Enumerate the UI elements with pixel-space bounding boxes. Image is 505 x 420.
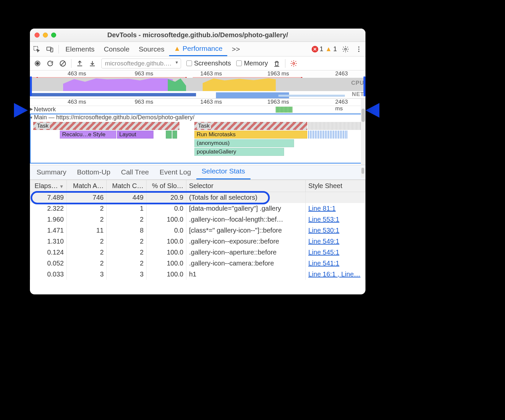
inspect-element-icon[interactable] <box>31 44 42 54</box>
cell-pct-slow: 100.0 <box>147 269 186 280</box>
cell-pct-slow: 100.0 <box>147 247 186 258</box>
collect-garbage-icon[interactable] <box>271 58 282 69</box>
svg-point-6 <box>358 51 359 52</box>
subtab-event-log[interactable]: Event Log <box>154 165 196 179</box>
cell-match-attempts: 3 <box>67 269 107 280</box>
table-row[interactable]: 2.322210.0[data-module="gallery"] .galle… <box>30 203 365 214</box>
window-title: DevTools - microsoftedge.github.io/Demos… <box>30 31 365 39</box>
cell-elapsed: 2.322 <box>30 203 67 214</box>
detail-ticks: 463 ms 963 ms 1463 ms 1963 ms 2463 ms <box>30 99 365 106</box>
cell-selector: .gallery-icon--exposure::before <box>186 236 306 247</box>
flame-anonymous[interactable]: (anonymous) <box>194 139 294 147</box>
col-pct-slow[interactable]: % of Slo… <box>147 180 186 192</box>
cell-selector: .gallery-icon--camera::before <box>186 258 306 269</box>
cell-match-attempts: 2 <box>67 236 107 247</box>
table-row[interactable]: 0.03333100.0h1Line 16:1 , Line… <box>30 269 365 280</box>
cpu-label: CPU <box>351 80 364 86</box>
tabs-overflow-button[interactable]: >> <box>227 42 245 56</box>
cell-match-count: 2 <box>107 247 147 258</box>
cell-stylesheet-link[interactable]: Line 541:1 <box>306 258 365 269</box>
cell-selector: (Totals for all selectors) <box>186 192 306 203</box>
clear-icon[interactable] <box>57 58 68 69</box>
flame-tiny-tasks[interactable] <box>308 122 361 130</box>
flame-microtasks[interactable]: Run Microtasks <box>194 131 307 139</box>
subtab-call-tree[interactable]: Call Tree <box>116 165 154 179</box>
cell-match-count: 2 <box>107 258 147 269</box>
main-track-header[interactable]: Main — https://microsoftedge.github.io/D… <box>30 114 365 121</box>
cpu-scripting <box>203 78 276 91</box>
flamechart-area[interactable]: 463 ms 963 ms 1463 ms 1963 ms 2463 ms Ne… <box>30 99 365 165</box>
table-header-row: Elaps…▼ Match A… Match C… % of Slo… Sele… <box>30 180 365 192</box>
cell-stylesheet-link[interactable]: Line 553:1 <box>306 214 365 225</box>
col-stylesheet[interactable]: Style Sheet <box>306 180 365 192</box>
error-count[interactable]: ✕ 1 <box>312 45 323 53</box>
flame-tiny[interactable] <box>308 131 348 139</box>
svg-point-10 <box>293 62 295 64</box>
cell-selector: .gallery-icon--aperture::before <box>186 247 306 258</box>
flame-paint[interactable] <box>172 131 177 139</box>
subtabs-scrollbar[interactable] <box>361 167 365 178</box>
overview-handle-left[interactable] <box>30 76 32 96</box>
settings-icon[interactable] <box>340 44 351 54</box>
record-icon[interactable] <box>32 58 43 69</box>
overview-handle-right[interactable] <box>363 76 365 96</box>
divider <box>58 45 59 53</box>
warning-count[interactable]: ▲ 1 <box>325 45 337 53</box>
svg-point-5 <box>358 49 359 50</box>
download-icon[interactable] <box>87 58 98 69</box>
col-match-attempts[interactable]: Match A… <box>67 180 107 192</box>
tab-elements[interactable]: Elements <box>61 42 99 56</box>
memory-checkbox[interactable]: Memory <box>236 59 268 67</box>
cell-stylesheet-link[interactable]: Line 16:1 , Line… <box>306 269 365 280</box>
cell-stylesheet-link[interactable]: Line 81:1 <box>306 203 365 214</box>
timeline-overview[interactable]: 463 ms 963 ms 1463 ms 1963 ms 2463 ms CP… <box>30 70 365 99</box>
flame-populate-gallery[interactable]: populateGallery <box>194 148 284 156</box>
capture-settings-icon[interactable] <box>288 58 299 69</box>
network-request[interactable] <box>276 107 292 113</box>
flamechart-scrollbar[interactable] <box>361 99 365 165</box>
cell-stylesheet-link[interactable]: Line 549:1 <box>306 236 365 247</box>
reload-record-icon[interactable] <box>45 58 55 69</box>
table-row[interactable]: 1.4711180.0[class*=" gallery-icon--"]::b… <box>30 225 365 236</box>
table-row[interactable]: 1.96022100.0.gallery-icon--focal-length:… <box>30 214 365 225</box>
cell-match-attempts: 11 <box>67 225 107 236</box>
cell-elapsed: 0.052 <box>30 258 67 269</box>
col-elapsed[interactable]: Elaps…▼ <box>30 180 67 192</box>
cell-selector: h1 <box>186 269 306 280</box>
flame-task[interactable]: Task <box>194 122 307 130</box>
flame-task[interactable]: Task <box>33 122 179 130</box>
col-match-count[interactable]: Match C… <box>107 180 147 192</box>
cell-stylesheet-link[interactable]: Line 530:1 <box>306 225 365 236</box>
tab-performance[interactable]: ▲ Performance <box>169 42 227 56</box>
cell-stylesheet-link[interactable]: Line 545:1 <box>306 247 365 258</box>
screenshots-checkbox[interactable]: Screenshots <box>186 59 231 67</box>
warning-icon: ▲ <box>174 45 181 52</box>
flame-recalc-style[interactable]: Recalcu…e Style <box>60 131 116 139</box>
subtab-summary[interactable]: Summary <box>31 165 72 179</box>
subtab-bottom-up[interactable]: Bottom-Up <box>72 165 116 179</box>
network-track[interactable]: Network <box>30 106 365 113</box>
cell-match-attempts: 746 <box>67 192 107 203</box>
table-row[interactable]: 0.12422100.0.gallery-icon--aperture::bef… <box>30 247 365 258</box>
cell-elapsed: 7.489 <box>30 192 67 203</box>
tab-sources[interactable]: Sources <box>134 42 169 56</box>
tab-console[interactable]: Console <box>99 42 134 56</box>
annotation-arrow-left <box>14 103 28 118</box>
subtab-selector-stats[interactable]: Selector Stats <box>196 164 251 179</box>
cell-selector: [class*=" gallery-icon--"]::before <box>186 225 306 236</box>
table-row[interactable]: 1.31022100.0.gallery-icon--exposure::bef… <box>30 236 365 247</box>
checkbox-icon <box>186 60 192 66</box>
col-selector[interactable]: Selector <box>186 180 306 192</box>
flame-paint[interactable] <box>166 131 172 139</box>
table-row[interactable]: 0.05222100.0.gallery-icon--camera::befor… <box>30 258 365 269</box>
annotation-arrow-right <box>365 103 379 118</box>
upload-icon[interactable] <box>74 58 85 69</box>
flame-layout[interactable]: Layout <box>117 131 153 139</box>
recording-selector-dropdown[interactable]: microsoftedge.github.io ... <box>101 58 181 68</box>
cell-match-attempts: 2 <box>67 214 107 225</box>
cell-match-count: 1 <box>107 203 147 214</box>
cell-elapsed: 0.033 <box>30 269 67 280</box>
device-toolbar-icon[interactable] <box>45 44 55 54</box>
more-icon[interactable] <box>354 44 364 54</box>
table-row[interactable]: 7.48974644920.9(Totals for all selectors… <box>30 192 365 203</box>
